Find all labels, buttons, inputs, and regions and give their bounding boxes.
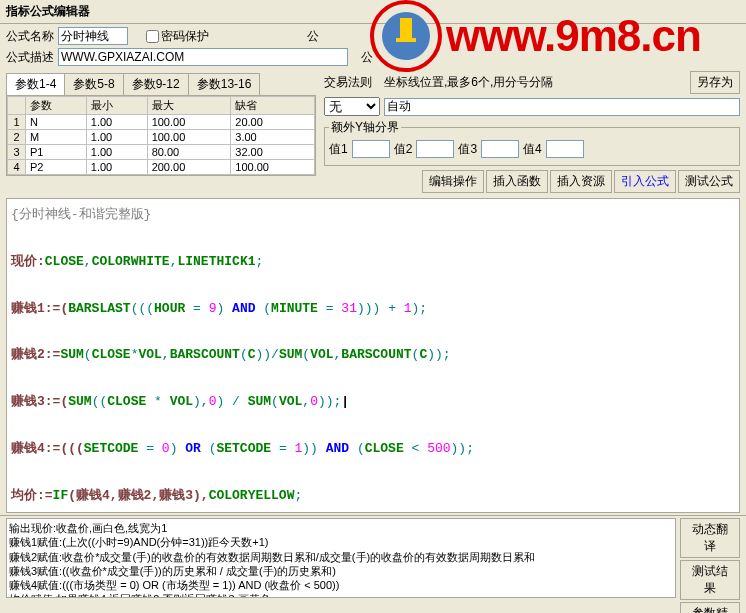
test-formula-button[interactable]: 测试公式 [678,170,740,193]
param-row: 3P11.0080.0032.00 [8,145,315,160]
param-row: 2M1.00100.003.00 [8,130,315,145]
formula-label-2: 公 [361,49,373,66]
extra-y-legend: 额外Y轴分界 [329,119,401,136]
coord-label: 坐标线位置,最多6个,用分号分隔 [384,74,553,91]
name-label: 公式名称 [6,28,54,45]
test-result-button[interactable]: 测试结果 [680,560,740,600]
desc-label: 公式描述 [6,49,54,66]
tab-params-5-8[interactable]: 参数5-8 [64,73,123,95]
output-panel[interactable]: 输出现价:收盘价,画白色,线宽为1 赚钱1赋值:(上次((小时=9)AND(分钟… [6,518,676,598]
save-as-button[interactable]: 另存为 [690,71,740,94]
param-row: 4P21.00200.00100.00 [8,160,315,175]
formula-desc-input[interactable] [58,48,348,66]
formula-name-input[interactable] [58,27,128,45]
tab-params-13-16[interactable]: 参数13-16 [188,73,261,95]
formula-label-1: 公 [307,28,319,45]
rule-select[interactable]: 无 [324,97,380,116]
code-editor[interactable]: {分时神线-和谐完整版} 现价:CLOSE,COLORWHITE,LINETHI… [6,198,740,513]
coord-input[interactable] [384,98,740,116]
tab-params-9-12[interactable]: 参数9-12 [123,73,189,95]
insert-res-button[interactable]: 插入资源 [550,170,612,193]
password-label: 密码保护 [161,28,209,45]
tab-params-1-4[interactable]: 参数1-4 [6,73,65,95]
param-tabs: 参数1-4 参数5-8 参数9-12 参数13-16 [6,73,316,95]
param-row: 1N1.00100.0020.00 [8,115,315,130]
dynamic-translate-button[interactable]: 动态翻译 [680,518,740,558]
insert-func-button[interactable]: 插入函数 [486,170,548,193]
param-grid: 参数最小最大缺省 1N1.00100.0020.00 2M1.00100.003… [6,95,316,176]
value4-input[interactable] [546,140,584,158]
param-wizard-button[interactable]: 参数精灵 [680,602,740,613]
edit-ops-button[interactable]: 编辑操作 [422,170,484,193]
extra-y-fieldset: 额外Y轴分界 值1 值2 值3 值4 [324,119,740,166]
value2-input[interactable] [416,140,454,158]
value3-input[interactable] [481,140,519,158]
import-formula-button[interactable]: 引入公式 [614,170,676,193]
password-checkbox[interactable] [146,30,159,43]
window-title: 指标公式编辑器 [0,0,746,24]
rule-label: 交易法则 [324,74,372,91]
value1-input[interactable] [352,140,390,158]
